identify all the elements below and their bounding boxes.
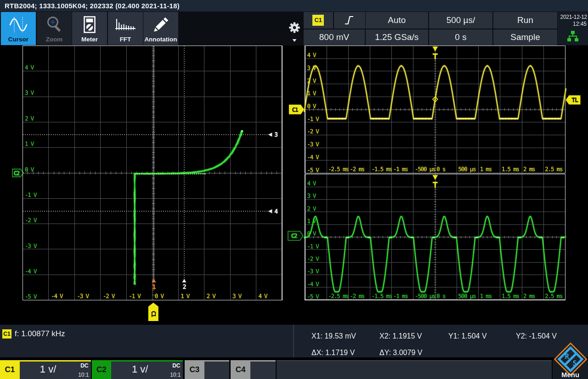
c2-xlabel: 500 µs — [458, 293, 476, 299]
xy-xlabel: -2 V — [103, 293, 115, 299]
channel4-badge[interactable]: C4 — [231, 360, 250, 379]
c1-xlabel: -1 ms — [393, 166, 408, 172]
channel2-badge[interactable]: C2 — [92, 360, 112, 379]
cursor-button[interactable]: Cursor — [1, 12, 36, 45]
xy-cursors: 1234 — [23, 46, 278, 291]
xy-xlabel: 3 V — [232, 293, 242, 299]
zoom-button-label: Zoom — [37, 36, 72, 43]
acquisition-mode-cell[interactable]: Sample — [493, 29, 557, 46]
trigger-mode-cell[interactable]: Auto — [366, 12, 428, 29]
sample-rate-cell[interactable]: 1.25 GSa/s — [366, 29, 428, 46]
measurement-text: f: 1.00877 kHz — [15, 329, 65, 339]
c1-xlabel: -2.5 ms — [328, 166, 349, 172]
xy-xlabel: 4 V — [258, 293, 268, 299]
measurement-result[interactable]: C1 f: 1.00877 kHz — [2, 329, 65, 339]
xy-c2-tag-label: C2 — [13, 170, 19, 177]
trigger-level-cell[interactable]: 800 mV — [304, 29, 365, 46]
acquisition-state-value: Run — [517, 15, 533, 25]
settings-control[interactable] — [287, 11, 302, 46]
c1-position-tag-label: C1 — [292, 106, 298, 113]
xy-xlabel: -1 V — [129, 293, 141, 299]
channel2-scale: 1 V/ — [119, 363, 161, 375]
c1-ylabel: 4 V — [307, 52, 317, 58]
c2-ylabel: -2 V — [307, 255, 319, 262]
horizontal-position-cell[interactable]: 0 s — [429, 29, 492, 46]
xy-ylabel: 1 V — [25, 140, 34, 147]
xy-trace — [134, 131, 243, 284]
c1-xlabel: 0 s — [436, 166, 446, 172]
channel2-settings[interactable]: 1 V/ DC 10:1 — [111, 360, 183, 379]
c1-xlabel: -500 µs — [415, 166, 435, 172]
c1-xlabel: 2 ms — [523, 166, 535, 172]
acquisition-state-cell[interactable]: Run — [493, 12, 557, 29]
c2-yaxis-labels: 4 V3 V2 V1 V0 V-1 V-2 V-3 V-4 V-5 V — [307, 180, 319, 300]
c2-xlabel: 2.5 ms — [545, 293, 563, 299]
sample-rate-value: 1.25 GSa/s — [375, 32, 418, 42]
measurement-source-badge: C1 — [2, 329, 11, 339]
lan-icon — [567, 30, 579, 44]
xy-trace-glow — [134, 131, 243, 284]
c1-xlabel: -2 ms — [350, 166, 365, 172]
cursor-y2-arrow[interactable] — [268, 209, 272, 213]
c2-position-tag-label: C2 — [291, 232, 297, 239]
trigger-slope-cell[interactable] — [334, 12, 365, 29]
xy-yaxis-labels: 4 V3 V2 V1 V0 V-1 V-2 V-3 V-4 V-5 V — [25, 64, 37, 300]
c1-xaxis-labels: -2.5 ms-2 ms-1.5 ms-1 ms-500 µs0 s500 µs… — [328, 166, 563, 172]
c2-xlabel: -1.5 ms — [372, 293, 392, 299]
menu-button-label[interactable]: Menu — [553, 371, 588, 379]
datetime-panel: 2021-12-12 12:45 — [558, 12, 588, 45]
xy-ylabel: 2 V — [25, 115, 34, 122]
xy-ylabel: -3 V — [25, 242, 37, 249]
cursor-y2-value: Y2: -1.504 V — [516, 332, 557, 340]
c2-xlabel: 1.5 ms — [502, 293, 520, 299]
cursor-dy-value: ΔY: 3.0079 V — [379, 349, 422, 357]
cursor-y1-arrow[interactable] — [268, 132, 272, 137]
channel1-settings[interactable]: 1 V/ DC 10:1 — [20, 360, 91, 379]
c2-ylabel: 4 V — [307, 180, 317, 187]
channel3-settings[interactable] — [204, 360, 229, 379]
c2-xlabel: -2 ms — [350, 293, 365, 299]
channel1-probe: 10:1 — [78, 372, 89, 378]
multimeter-icon — [72, 15, 107, 35]
xy-xlabel: -4 V — [51, 293, 63, 299]
cursor-x1-value: X1: 19.53 mV — [311, 332, 356, 340]
toolbar: Cursor Zoom Meter — [0, 11, 588, 46]
c2-xlabel: -2.5 ms — [328, 293, 349, 299]
c2-ylabel: 3 V — [307, 192, 317, 199]
acquisition-mode-value: Sample — [510, 32, 540, 42]
cursor-x2-arrow[interactable] — [182, 279, 187, 282]
title-bar: RTB2004; 1333.1005K04; 202332 (02.400 20… — [0, 0, 588, 11]
fft-button[interactable]: FFT — [108, 12, 143, 45]
c2-window: 4 V3 V2 V1 V0 V-1 V-2 V-3 V-4 V-5 V-2.5 … — [304, 174, 566, 300]
c1-ylabel: 0 V — [307, 103, 317, 109]
meter-button[interactable]: Meter — [72, 12, 107, 45]
c2-ylabel: -3 V — [307, 268, 319, 275]
fft-button-label: FFT — [108, 36, 143, 43]
chevron-down-icon — [293, 39, 297, 42]
window-title: RTB2004; 1333.1005K04; 202332 (02.400 20… — [5, 0, 180, 11]
c1-ylabel: -4 V — [307, 154, 319, 161]
pencil-icon — [143, 15, 178, 35]
c1-xlabel: 1.5 ms — [502, 166, 520, 172]
c2-ylabel: -4 V — [307, 281, 319, 287]
trigger-source-cell[interactable]: C1 — [304, 12, 333, 29]
measurement-bar: C1 f: 1.00877 kHz X1: 19.53 mV X2: 1.191… — [0, 325, 588, 357]
cursor-y2-number: 4 — [274, 208, 278, 215]
spectrum-icon — [108, 15, 143, 35]
c1-ylabel: -2 V — [307, 128, 319, 135]
annotation-button[interactable]: Annotation — [143, 12, 178, 45]
measurement-separator — [293, 325, 294, 357]
channel-bar: C1 1 V/ DC 10:1 C2 1 V/ DC 10:1 C3 C4 — [0, 360, 588, 379]
xy-ylabel: -1 V — [25, 191, 37, 198]
channel1-scale: 1 V/ — [27, 363, 69, 375]
xy-xlabel: 0 V — [155, 293, 164, 299]
channel-tags: C1C2TLC2 — [12, 95, 581, 240]
xy-ylabel: -2 V — [25, 217, 37, 224]
trigger-mode-value: Auto — [388, 15, 406, 25]
c1-ylabel: -5 V — [307, 167, 319, 173]
channel4-settings[interactable] — [250, 360, 276, 379]
channel1-badge[interactable]: C1 — [0, 360, 20, 379]
zoom-button[interactable]: Zoom — [37, 12, 72, 45]
channel3-badge[interactable]: C3 — [185, 360, 205, 379]
timebase-cell[interactable]: 500 µs/ — [429, 12, 492, 29]
